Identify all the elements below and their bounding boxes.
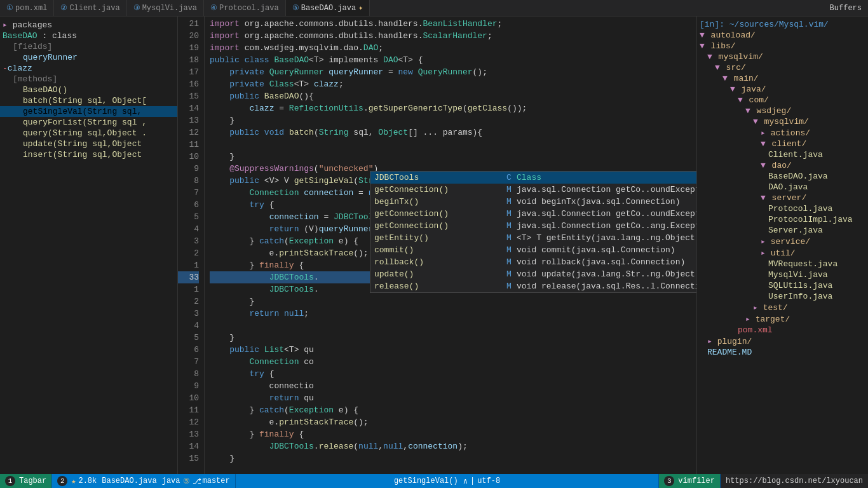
tree-mysqlvim1[interactable]: ▼ mysqlvim/ xyxy=(697,51,868,62)
ac-item-getconnection3[interactable]: getConnection() M java.sql.Connection ge… xyxy=(370,220,696,232)
ac-name-begintx: beginTx() xyxy=(374,196,501,208)
tree-client-java[interactable]: Client.java xyxy=(697,149,868,160)
ln-14: 14 xyxy=(178,102,199,114)
ac-item-rollback[interactable]: rollback() M void rollback(java.sql.Conn… xyxy=(370,256,696,268)
code-line-5-brace2: } xyxy=(210,332,696,344)
sidebar-item-methods-section[interactable]: [methods] xyxy=(0,74,177,85)
sidebar-item-queryforlist[interactable]: queryForList(String sql , xyxy=(0,117,177,128)
tree-java[interactable]: ▼ java/ xyxy=(697,84,868,95)
code-line-6-public-list: public List<T> qu xyxy=(210,344,696,356)
ln-12: 12 xyxy=(178,126,199,139)
tree-mvrequest[interactable]: MVRequest.java xyxy=(697,259,868,269)
ln-10b: 10 xyxy=(178,392,199,404)
fields-section-label: [fields] xyxy=(13,42,52,51)
status-func-section: getSingleVal() ∧ | utf-8 xyxy=(236,474,660,488)
tree-wsdjeg[interactable]: ▼ wsdjeg/ xyxy=(697,105,868,116)
tree-server[interactable]: ▼ server/ xyxy=(697,193,868,203)
tree-mysqlvi-java[interactable]: MysqlVi.java xyxy=(697,269,868,280)
sidebar-item-query[interactable]: query(String sql,Object . xyxy=(0,128,177,139)
tab-pom-xml[interactable]: ① pom.xml xyxy=(0,0,54,16)
tree-src[interactable]: ▼ src/ xyxy=(697,62,868,73)
sidebar-item-queryrunner[interactable]: queryRunner xyxy=(0,52,177,63)
sidebar-item-basedao-constructor[interactable]: BaseDAO() xyxy=(0,85,177,95)
tree-protocolimpl-java[interactable]: ProtocolImpl.java xyxy=(697,214,868,225)
tree-autoload[interactable]: ▼ autoload/ xyxy=(697,30,868,41)
status-branch-label: master xyxy=(203,477,230,485)
code-line-4-empty xyxy=(210,320,696,332)
ln-4: 4 xyxy=(178,223,199,235)
tree-userinfo[interactable]: UserInfo.java xyxy=(697,291,868,302)
ln-33: 33 xyxy=(178,271,199,283)
status-bar: 1 Tagbar 2 ★ 2.8k BaseDAO.java java ⑤ ⎇ … xyxy=(0,474,868,488)
buffers-label: Buffers xyxy=(830,4,868,13)
tree-readme[interactable]: README.MD xyxy=(697,347,868,358)
tree-pom-xml[interactable]: pom.xml xyxy=(697,325,868,336)
ac-item-update[interactable]: update() M void update(java.lang.Str..ng… xyxy=(370,268,696,280)
ac-sig-getconnection3: java.sql.Connection getCo..ang.Exception xyxy=(517,220,696,232)
tree-util[interactable]: ▸ util/ xyxy=(697,247,868,259)
ln-19: 19 xyxy=(178,42,199,54)
status-modified-star: ★ xyxy=(71,477,76,486)
ln-21: 21 xyxy=(178,18,199,30)
ac-sig-rollback: void rollback(java.sql.Connection) xyxy=(517,256,685,268)
sidebar-item-insert[interactable]: insert(String sql,Object xyxy=(0,149,177,160)
sidebar-item-packages[interactable]: ▸ packages xyxy=(0,19,177,30)
sidebar-item-fields-section[interactable]: [fields] xyxy=(0,41,177,52)
tree-sqlutils[interactable]: SQLUtils.java xyxy=(697,280,868,291)
tree-server-java[interactable]: Server.java xyxy=(697,225,868,236)
ac-item-begintx[interactable]: beginTx() M void beginTx(java.sql.Connec… xyxy=(370,196,696,208)
ac-name-update-ac: update() xyxy=(374,268,501,280)
tab-basedao-java[interactable]: ⑤ BaseDAO.java ✦ xyxy=(286,0,370,16)
tab-client-java[interactable]: ② Client.java xyxy=(54,0,126,16)
tab-mysqlvi-java[interactable]: ③ MysqlVi.java xyxy=(127,0,204,16)
arrow-service: ▸ xyxy=(761,237,766,247)
tree-main[interactable]: ▼ main/ xyxy=(697,73,868,84)
tree-client[interactable]: ▼ client/ xyxy=(697,139,868,149)
ac-item-getconnection1[interactable]: getConnection() M java.sql.Connection ge… xyxy=(370,184,696,196)
tree-libs[interactable]: ▼ libs/ xyxy=(697,41,868,51)
ac-item-release[interactable]: release() M void release(java.sql.Res..l… xyxy=(370,280,696,292)
code-container[interactable]: 21 20 19 18 17 16 15 14 13 12 11 10 9 8 … xyxy=(178,17,696,474)
status-vimfiler-label: vimfiler xyxy=(678,477,715,485)
autocomplete-popup[interactable]: JDBCTools C Class getConnection() M java… xyxy=(370,171,696,293)
tab-protocol-java[interactable]: ④ Protocol.java xyxy=(204,0,286,16)
code-line-14: clazz = ReflectionUtils.getSuperGenericT… xyxy=(210,102,696,114)
arrow-server: ▼ xyxy=(761,193,766,203)
ln-13b: 13 xyxy=(178,428,199,440)
tree-mysqlvim2[interactable]: ▼ mysqlvim/ xyxy=(697,116,868,127)
sidebar-item-basedao-class[interactable]: BaseDAO : class xyxy=(0,30,177,41)
tree-test[interactable]: ▸ test/ xyxy=(697,302,868,313)
tree-service[interactable]: ▸ service/ xyxy=(697,236,868,247)
code-editor[interactable]: import org.apache.commons.dbutils.handle… xyxy=(205,17,696,474)
tree-dao-java[interactable]: DAO.java xyxy=(697,182,868,193)
ac-item-getentity[interactable]: getEntity() M <T> T getEntity(java.lang.… xyxy=(370,232,696,244)
ac-sig-getconnection2: java.sql.Connection getCo..oundException xyxy=(517,208,696,220)
sidebar-item-getsinglval[interactable]: getSingleVal(String sql, xyxy=(0,106,177,117)
arrow-libs: ▼ xyxy=(700,41,705,51)
ln-1a: 1 xyxy=(178,259,199,271)
arrow-plugin: ▸ xyxy=(707,337,712,346)
tree-actions[interactable]: ▸ actions/ xyxy=(697,127,868,139)
status-branch-icon: ⎇ xyxy=(193,477,201,486)
code-line-21: import org.apache.commons.dbutils.handle… xyxy=(210,18,696,30)
sidebar-item-clazz[interactable]: -clazz xyxy=(0,63,177,74)
ac-item-commit[interactable]: commit() M void commit(java.sql.Connecti… xyxy=(370,244,696,256)
tree-basedao-java[interactable]: BaseDAO.java xyxy=(697,171,868,182)
ac-sig-class: Class xyxy=(517,172,541,184)
tree-plugin[interactable]: ▸ plugin/ xyxy=(697,336,868,347)
ac-item-jdbctools[interactable]: JDBCTools C Class xyxy=(370,172,696,184)
arrow-client: ▼ xyxy=(761,139,766,149)
tree-com[interactable]: ▼ com/ xyxy=(697,95,868,105)
sidebar-item-batch[interactable]: batch(String sql, Object[ xyxy=(0,95,177,106)
ac-item-getconnection2[interactable]: getConnection() M java.sql.Connection ge… xyxy=(370,208,696,220)
tree-target[interactable]: ▸ target/ xyxy=(697,313,868,325)
ln-18: 18 xyxy=(178,54,199,66)
status-vimfiler-section: 3 vimfiler xyxy=(659,474,721,488)
main-layout: ▸ packages BaseDAO : class [fields] quer… xyxy=(0,17,868,474)
ln-2b: 2 xyxy=(178,295,199,308)
tree-dao[interactable]: ▼ dao/ xyxy=(697,160,868,171)
sidebar-item-update[interactable]: update(String sql,Object xyxy=(0,139,177,149)
arrow-dao: ▼ xyxy=(761,161,766,170)
tree-protocol-java[interactable]: Protocol.java xyxy=(697,203,868,214)
arrow-src: ▼ xyxy=(715,63,720,72)
